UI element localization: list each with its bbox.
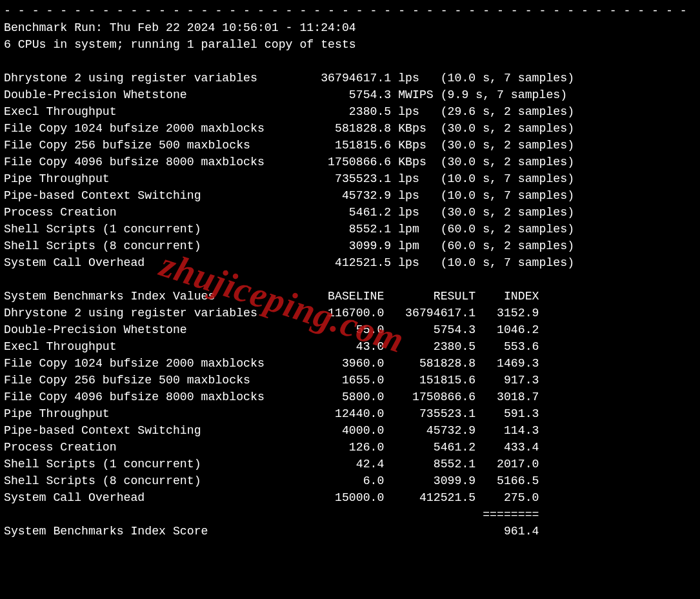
terminal-line: File Copy 1024 bufsize 2000 maxblocks 39…: [4, 357, 539, 370]
terminal-line: System Call Overhead 412521.5 lps (10.0 …: [4, 256, 574, 269]
terminal-line: System Call Overhead 15000.0 412521.5 27…: [4, 491, 539, 504]
terminal-line: Shell Scripts (1 concurrent) 8552.1 lpm …: [4, 223, 574, 236]
terminal-line: Shell Scripts (8 concurrent) 3099.9 lpm …: [4, 239, 574, 252]
terminal-line: Pipe Throughput 735523.1 lps (10.0 s, 7 …: [4, 172, 574, 185]
terminal-line: Pipe-based Context Switching 4000.0 4573…: [4, 424, 539, 437]
terminal-line: System Benchmarks Index Score 961.4: [4, 525, 539, 538]
terminal-line: Process Creation 5461.2 lps (30.0 s, 2 s…: [4, 206, 574, 219]
terminal-line: System Benchmarks Index Values BASELINE …: [4, 290, 539, 303]
terminal-line: 6 CPUs in system; running 1 parallel cop…: [4, 38, 356, 51]
terminal-line: Pipe-based Context Switching 45732.9 lps…: [4, 189, 574, 202]
terminal-line: File Copy 256 bufsize 500 maxblocks 1655…: [4, 374, 539, 387]
terminal-line: Dhrystone 2 using register variables 116…: [4, 307, 539, 320]
terminal-line: File Copy 1024 bufsize 2000 maxblocks 58…: [4, 122, 574, 135]
terminal-line: File Copy 256 bufsize 500 maxblocks 1518…: [4, 139, 574, 152]
terminal-line: Process Creation 126.0 5461.2 433.4: [4, 441, 539, 454]
terminal-line: ========: [4, 508, 539, 521]
terminal-line: Double-Precision Whetstone 55.0 5754.3 1…: [4, 323, 539, 336]
terminal-line: Dhrystone 2 using register variables 367…: [4, 72, 574, 85]
terminal-line: - - - - - - - - - - - - - - - - - - - - …: [4, 5, 687, 17]
terminal-line: Pipe Throughput 12440.0 735523.1 591.3: [4, 407, 539, 420]
terminal-line: Execl Throughput 43.0 2380.5 553.6: [4, 340, 539, 353]
terminal-line: Shell Scripts (1 concurrent) 42.4 8552.1…: [4, 458, 539, 471]
terminal-line: Double-Precision Whetstone 5754.3 MWIPS …: [4, 88, 567, 101]
terminal-line: Benchmark Run: Thu Feb 22 2024 10:56:01 …: [4, 21, 356, 34]
terminal-line: Shell Scripts (8 concurrent) 6.0 3099.9 …: [4, 474, 539, 487]
terminal-line: File Copy 4096 bufsize 8000 maxblocks 17…: [4, 156, 574, 168]
terminal-output: - - - - - - - - - - - - - - - - - - - - …: [0, 0, 700, 556]
terminal-line: Execl Throughput 2380.5 lps (29.6 s, 2 s…: [4, 105, 574, 118]
terminal-line: File Copy 4096 bufsize 8000 maxblocks 58…: [4, 391, 539, 403]
